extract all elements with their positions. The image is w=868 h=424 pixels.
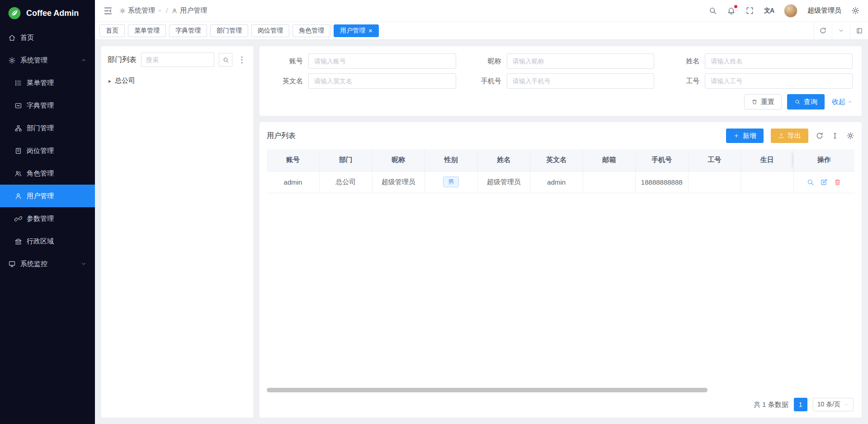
tab-dept-management[interactable]: 部门管理 — [210, 24, 248, 37]
column-settings-gear-icon[interactable] — [846, 132, 854, 140]
delete-icon[interactable] — [834, 178, 841, 186]
user-list-header: 用户列表 新增 导出 — [267, 129, 854, 143]
user-icon — [171, 8, 178, 14]
tree-expand-icon[interactable]: ▸ — [108, 78, 111, 84]
tree-node-label: 总公司 — [115, 76, 135, 85]
role-icon — [14, 170, 22, 177]
more-vertical-icon[interactable]: ⋮ — [237, 55, 247, 65]
department-tree: ▸ 总公司 — [108, 74, 247, 87]
pagination-total: 共 1 条数据 — [754, 400, 788, 409]
page-size-select[interactable]: 10 条/页 — [813, 398, 854, 411]
department-search-button[interactable] — [219, 53, 232, 67]
density-icon[interactable] — [831, 132, 839, 140]
name-input[interactable] — [705, 53, 853, 69]
search-icon[interactable] — [708, 6, 717, 15]
tab-post-management[interactable]: 岗位管理 — [251, 24, 289, 37]
reset-button[interactable]: 重置 — [744, 94, 782, 110]
badge-icon — [14, 147, 22, 155]
filter-card: 账号 昵称 姓名 英文名 — [259, 46, 862, 116]
layout-icon[interactable] — [850, 22, 868, 39]
edit-icon[interactable] — [820, 178, 828, 186]
column-header: 手机号 — [636, 149, 689, 171]
username[interactable]: 超级管理员 — [807, 6, 841, 15]
sidebar-item-post-management[interactable]: 岗位管理 — [0, 139, 95, 162]
horizontal-scrollbar-thumb[interactable] — [267, 388, 708, 392]
filter-actions: 重置 查询 收起 — [269, 94, 853, 110]
filter-form: 账号 昵称 姓名 英文名 — [269, 53, 853, 89]
translate-icon[interactable]: 文A — [764, 7, 774, 15]
refresh-icon[interactable] — [814, 22, 832, 39]
en-name-input[interactable] — [308, 73, 456, 89]
view-icon[interactable] — [807, 178, 814, 186]
table-header-row: 账号 部门 昵称 性别 姓名 英文名 邮箱 手机号 工号 生日 操作 — [267, 149, 854, 171]
sidebar-item-param-management[interactable]: 参数管理 — [0, 207, 95, 230]
breadcrumb-separator: / — [166, 7, 168, 14]
chevron-down-icon — [844, 402, 849, 407]
content: 部门列表 ⋮ ▸ 总公司 账号 — [95, 40, 868, 424]
org-tree-icon — [14, 124, 22, 132]
export-icon — [778, 133, 784, 139]
table-toolbar: 新增 导出 — [726, 129, 854, 143]
home-icon — [8, 34, 16, 42]
settings-gear-icon[interactable] — [851, 6, 860, 15]
sidebar-item-system-monitor[interactable]: 系统监控 — [0, 252, 95, 275]
gear-icon — [119, 8, 126, 14]
breadcrumb-current: 用户管理 — [171, 6, 207, 15]
topbar-actions: 文A 超级管理员 — [708, 4, 860, 18]
table-empty-space — [267, 193, 854, 388]
phone-input[interactable] — [507, 73, 655, 89]
sidebar-item-region-management[interactable]: 行政区域 — [0, 230, 95, 252]
column-header: 英文名 — [530, 149, 583, 171]
column-header: 生日 — [741, 149, 794, 171]
cell-name: 超级管理员 — [477, 171, 530, 193]
chevron-down-icon[interactable] — [832, 22, 850, 39]
tab-home[interactable]: 首页 — [99, 24, 125, 37]
tree-node-root[interactable]: ▸ 总公司 — [108, 74, 247, 87]
dictionary-icon — [14, 102, 22, 110]
tab-dict-management[interactable]: 字典管理 — [169, 24, 207, 37]
search-icon — [794, 99, 801, 105]
nickname-input[interactable] — [507, 53, 655, 69]
user-icon — [14, 192, 22, 200]
app-logo[interactable]: Coffee Admin — [0, 0, 95, 26]
menu-fold-icon[interactable] — [103, 6, 113, 16]
tab-menu-management[interactable]: 菜单管理 — [128, 24, 166, 37]
refresh-icon[interactable] — [816, 132, 824, 140]
tab-close-icon[interactable]: × — [368, 27, 373, 34]
export-button[interactable]: 导出 — [771, 129, 808, 143]
right-column: 账号 昵称 姓名 英文名 — [259, 46, 862, 418]
collapse-toggle[interactable]: 收起 — [832, 98, 853, 106]
department-panel-title: 部门列表 — [108, 55, 137, 65]
column-header: 工号 — [688, 149, 741, 171]
account-input[interactable] — [308, 53, 456, 69]
sidebar-item-user-management[interactable]: 用户管理 — [0, 185, 95, 207]
avatar[interactable] — [784, 4, 797, 18]
department-search-input[interactable] — [141, 52, 214, 67]
column-header: 姓名 — [477, 149, 530, 171]
column-header: 邮箱 — [583, 149, 636, 171]
bell-icon[interactable] — [727, 6, 736, 15]
sidebar-item-menu-management[interactable]: 菜单管理 — [0, 71, 95, 94]
chevron-up-icon — [80, 57, 87, 63]
field-nickname: 昵称 — [467, 53, 655, 69]
tab-role-management[interactable]: 角色管理 — [292, 24, 330, 37]
horizontal-scrollbar — [267, 388, 854, 392]
add-button[interactable]: 新增 — [726, 129, 764, 143]
user-table: 账号 部门 昵称 性别 姓名 英文名 邮箱 手机号 工号 生日 操作 — [267, 149, 854, 193]
tab-user-management[interactable]: 用户管理× — [334, 24, 379, 37]
column-header: 部门 — [320, 149, 373, 171]
breadcrumb-system[interactable]: 系统管理 — [119, 6, 162, 15]
user-list-title: 用户列表 — [267, 131, 296, 141]
pagination-page-1[interactable]: 1 — [794, 398, 807, 411]
list-icon — [14, 79, 22, 87]
fullscreen-icon[interactable] — [745, 6, 754, 15]
column-header: 性别 — [425, 149, 478, 171]
sidebar-item-system-management[interactable]: 系统管理 — [0, 49, 95, 71]
sidebar-item-dept-management[interactable]: 部门管理 — [0, 117, 95, 139]
cell-actions — [793, 171, 854, 193]
sidebar-item-dict-management[interactable]: 字典管理 — [0, 94, 95, 117]
query-button[interactable]: 查询 — [787, 94, 825, 110]
sidebar-item-role-management[interactable]: 角色管理 — [0, 162, 95, 185]
work-no-input[interactable] — [705, 73, 853, 89]
sidebar-item-home[interactable]: 首页 — [0, 26, 95, 49]
